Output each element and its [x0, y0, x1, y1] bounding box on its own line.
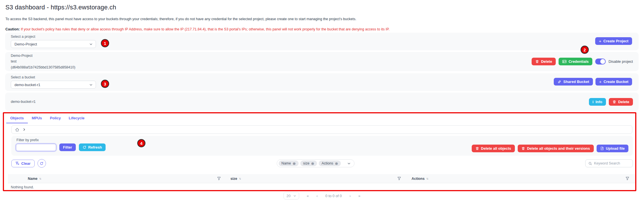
shared-bucket-button[interactable]: Shared Bucket: [554, 78, 593, 86]
caution-message: If your bucket's policy has rules that d…: [21, 27, 389, 31]
bucket-select-value: demo-bucket-r1: [14, 83, 40, 87]
column-header-name[interactable]: Name: [28, 177, 37, 181]
bucket-select-label: Select a bucket: [11, 75, 633, 79]
filter-button[interactable]: Filter: [59, 143, 76, 151]
page-size-select[interactable]: 20: [284, 192, 299, 199]
delete-all-objects-label: Delete all objects: [481, 146, 511, 151]
filter-clear-icon: [15, 161, 19, 165]
info-icon: i: [593, 100, 594, 104]
filter-funnel-icon[interactable]: [397, 177, 401, 180]
disable-project-label: Disable project: [609, 59, 633, 64]
trash-icon: [521, 147, 525, 150]
column-chip-actions-label: Actions: [322, 161, 333, 165]
chip-close-icon[interactable]: ⊗: [335, 162, 338, 165]
project-description: test: [11, 59, 75, 64]
bucket-delete-button[interactable]: Delete: [609, 98, 633, 106]
chevron-down-icon: [89, 83, 93, 87]
refresh-icon: [40, 162, 43, 165]
chevron-right-icon: [22, 128, 26, 131]
chip-close-icon[interactable]: ⊗: [311, 162, 314, 165]
plus-icon: +: [599, 39, 601, 43]
plus-icon: +: [599, 80, 602, 84]
column-chip-actions[interactable]: Actions ⊗: [319, 161, 341, 166]
delete-all-versions-button[interactable]: Delete all objects and their versions: [518, 145, 594, 152]
pagination-last-button[interactable]: »: [358, 194, 360, 198]
delete-all-versions-label: Delete all objects and their versions: [527, 146, 590, 151]
keyword-search-input[interactable]: [594, 161, 630, 165]
pagination-first-button[interactable]: «: [307, 194, 309, 198]
annotation-badge-2: 2: [581, 46, 589, 54]
annotation-badge-3: 3: [101, 80, 109, 88]
sort-icon[interactable]: ↑↓: [39, 177, 41, 180]
bucket-name: demo-bucket-r1: [11, 99, 36, 105]
column-header-actions[interactable]: Actions: [412, 177, 425, 181]
table-empty-message: Nothing found.: [8, 183, 636, 191]
pagination-range: 0 to 0 of 0: [325, 194, 342, 198]
tab-objects[interactable]: Objects: [6, 114, 28, 123]
pagination-prev-button[interactable]: ‹: [316, 194, 318, 198]
disable-project-toggle[interactable]: [595, 59, 606, 64]
breadcrumb: [11, 125, 632, 134]
clear-filters-button[interactable]: Clear: [11, 160, 35, 167]
column-chip-name[interactable]: Name ⊗: [279, 161, 299, 166]
table-toolbar: Clear Name ⊗ size ⊗ Actions ⊗: [11, 159, 633, 168]
annotation-badge-4: 4: [137, 139, 145, 147]
tab-mpus[interactable]: MPUs: [28, 114, 46, 123]
page-title: S3 dashboard - https://s3.ewstorage.ch: [5, 4, 116, 11]
sort-icon[interactable]: ↑↓: [239, 177, 241, 180]
create-project-button[interactable]: + Create Project: [595, 37, 632, 45]
chevron-down-icon: [347, 162, 351, 165]
refresh-button[interactable]: Refresh: [79, 143, 106, 151]
project-id: (d64b088af1b7425bbd1307585d858410): [11, 64, 75, 70]
tab-lifecycle[interactable]: Lifecycle: [65, 114, 89, 123]
delete-project-label: Delete: [541, 59, 552, 64]
project-select-panel: Select a project Demo-Project + Create P…: [5, 33, 639, 50]
link-icon: [557, 80, 561, 84]
keyword-search: [585, 159, 633, 167]
bucket-tabs: Objects MPUs Policy Lifecycle: [6, 114, 89, 123]
bucket-info-button[interactable]: i Info: [589, 98, 606, 106]
bucket-info-panel: demo-bucket-r1 i Info Delete: [5, 93, 639, 111]
file-upload-icon: [600, 147, 604, 150]
filter-funnel-icon[interactable]: [626, 177, 629, 180]
reload-table-button[interactable]: [37, 159, 46, 168]
table-header: Name ↑↓ size ↑↓ Actions ↑↓: [8, 174, 636, 183]
chevron-down-icon: [293, 194, 296, 197]
bucket-select-panel: Select a bucket demo-bucket-r1 Shared Bu…: [5, 73, 639, 91]
refresh-icon: [83, 145, 86, 149]
chip-close-icon[interactable]: ⊗: [293, 162, 296, 165]
delete-all-objects-button[interactable]: Delete all objects: [472, 145, 515, 152]
bucket-select[interactable]: demo-bucket-r1: [11, 81, 96, 89]
column-chip-size-label: size: [303, 161, 309, 165]
caution-text: Caution: If your bucket's policy has rul…: [5, 27, 389, 31]
prefix-filter-input[interactable]: [16, 144, 56, 151]
credentials-button[interactable]: Credentials: [559, 58, 592, 65]
home-icon[interactable]: [15, 128, 19, 132]
column-visibility-select[interactable]: Name ⊗ size ⊗ Actions ⊗: [277, 159, 354, 167]
credentials-label: Credentials: [569, 59, 589, 64]
annotation-badge-1: 1: [101, 39, 109, 47]
upload-file-button[interactable]: Upload file: [597, 145, 628, 152]
page-size-value: 20: [286, 194, 290, 198]
tab-policy[interactable]: Policy: [46, 114, 65, 123]
column-chip-size[interactable]: size ⊗: [300, 161, 317, 166]
prefix-filter-panel: Filter by prefix Filter Refresh Delete a…: [11, 136, 633, 156]
project-select[interactable]: Demo-Project: [11, 40, 96, 48]
project-select-label: Select a project: [11, 35, 633, 39]
prefix-filter-label: Filter by prefix: [16, 138, 628, 142]
trash-icon: [475, 147, 479, 150]
filter-funnel-icon[interactable]: [217, 177, 221, 180]
sort-icon[interactable]: ↑↓: [426, 177, 428, 180]
clear-filters-label: Clear: [21, 161, 31, 166]
id-card-icon: [562, 60, 567, 63]
create-bucket-label: Create Bucket: [604, 80, 628, 84]
pagination-next-button[interactable]: ›: [349, 194, 351, 198]
create-bucket-button[interactable]: + Create Bucket: [595, 78, 632, 86]
delete-project-button[interactable]: Delete: [532, 58, 556, 65]
bucket-info-label: Info: [595, 100, 602, 104]
caution-label: Caution:: [5, 27, 20, 31]
shared-bucket-label: Shared Bucket: [563, 80, 589, 84]
column-header-size[interactable]: size: [230, 177, 237, 181]
trash-icon: [612, 100, 616, 104]
refresh-label: Refresh: [88, 145, 102, 149]
